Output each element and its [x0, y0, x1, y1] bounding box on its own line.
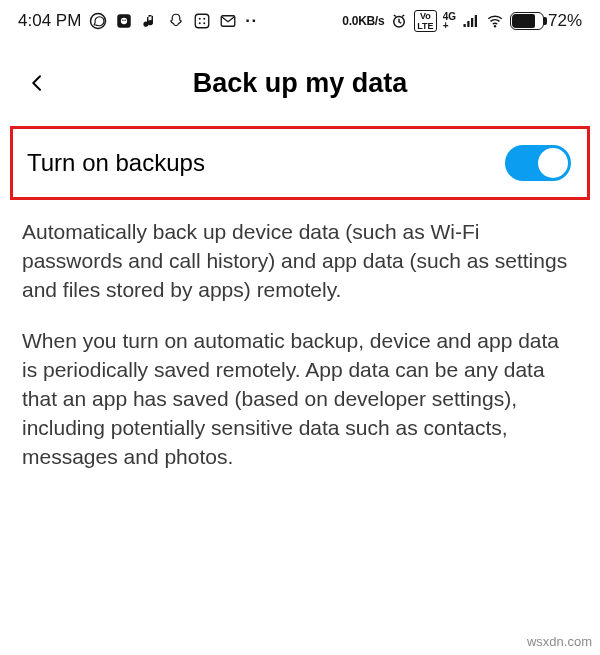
- description-paragraph-1: Automatically back up device data (such …: [22, 218, 578, 305]
- svg-point-2: [121, 18, 127, 24]
- clock-text: 4:04 PM: [18, 11, 81, 31]
- battery-indicator: 72%: [510, 11, 582, 31]
- svg-point-7: [204, 18, 206, 20]
- status-left: 4:04 PM ··: [18, 11, 258, 31]
- svg-rect-5: [196, 14, 210, 28]
- grid-app-icon: [193, 12, 211, 30]
- battery-icon: [510, 12, 544, 30]
- app-square-icon: [115, 12, 133, 30]
- signal-bars-icon: [462, 12, 480, 30]
- network-4g-icon: 4G +: [443, 12, 456, 30]
- turn-on-backups-toggle[interactable]: [505, 145, 571, 181]
- turn-on-backups-row[interactable]: Turn on backups: [10, 126, 590, 200]
- back-button[interactable]: [20, 66, 54, 100]
- turn-on-backups-label: Turn on backups: [27, 149, 205, 177]
- settings-screen: 4:04 PM ·· 0.0KB/s: [0, 0, 600, 655]
- svg-point-8: [199, 22, 201, 24]
- battery-percent-text: 72%: [548, 11, 582, 31]
- toggle-knob: [538, 148, 568, 178]
- svg-point-3: [122, 20, 124, 22]
- page-title: Back up my data: [54, 68, 580, 99]
- svg-point-0: [91, 14, 106, 29]
- net-speed-text: 0.0KB/s: [342, 14, 384, 28]
- svg-rect-13: [467, 21, 469, 27]
- music-note-icon: [141, 12, 159, 30]
- status-right: 0.0KB/s VoLTE 4G + 72%: [342, 10, 582, 32]
- volte-icon: VoLTE: [414, 10, 436, 32]
- status-bar: 4:04 PM ·· 0.0KB/s: [0, 0, 600, 38]
- more-notif-icon: ··: [245, 11, 257, 31]
- svg-point-16: [494, 25, 496, 27]
- svg-point-4: [125, 20, 127, 22]
- svg-rect-15: [475, 15, 477, 27]
- alarm-icon: [390, 12, 408, 30]
- chevron-left-icon: [28, 69, 46, 97]
- svg-point-6: [199, 18, 201, 20]
- gmail-icon: [219, 12, 237, 30]
- watermark-text: wsxdn.com: [527, 634, 592, 649]
- whatsapp-icon: [89, 12, 107, 30]
- description-paragraph-2: When you turn on automatic backup, devic…: [22, 327, 578, 472]
- svg-rect-12: [463, 24, 465, 27]
- svg-rect-14: [471, 18, 473, 27]
- backup-description: Automatically back up device data (such …: [0, 200, 600, 472]
- wifi-icon: [486, 12, 504, 30]
- page-header: Back up my data: [0, 38, 600, 112]
- snapchat-icon: [167, 12, 185, 30]
- svg-point-9: [204, 22, 206, 24]
